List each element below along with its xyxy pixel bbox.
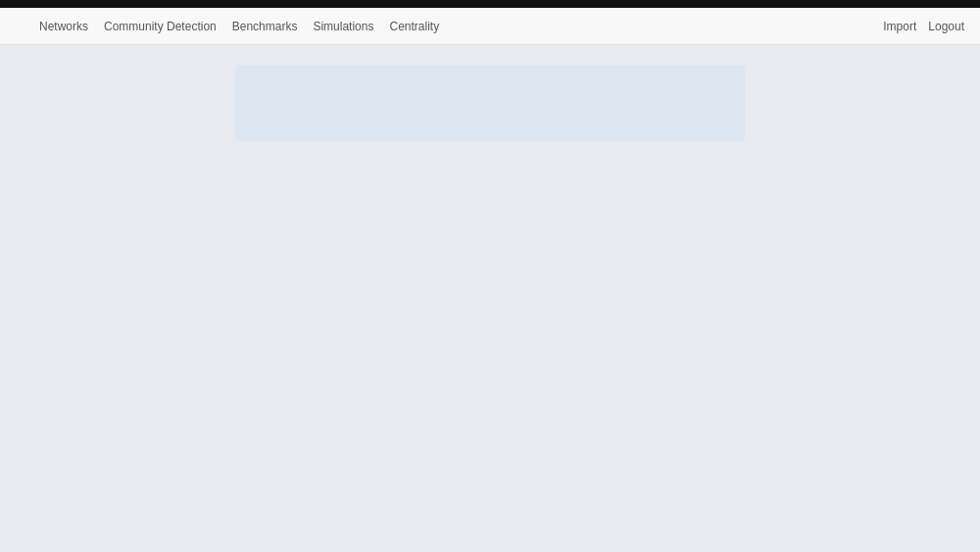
nav-link-networks[interactable]: Networks	[39, 20, 88, 33]
nav-links: NetworksCommunity DetectionBenchmarksSim…	[39, 20, 883, 33]
nav-right-import[interactable]: Import	[883, 20, 916, 33]
nav-right: ImportLogout	[883, 20, 964, 33]
nav-link-centrality[interactable]: Centrality	[389, 20, 439, 33]
graph-card	[235, 65, 745, 141]
main-content	[0, 45, 980, 552]
navbar: NetworksCommunity DetectionBenchmarksSim…	[0, 8, 980, 45]
top-bar	[0, 0, 980, 8]
nav-right-logout[interactable]: Logout	[928, 20, 964, 33]
nav-link-benchmarks[interactable]: Benchmarks	[232, 20, 298, 33]
nav-link-community-detection[interactable]: Community Detection	[104, 20, 217, 33]
nav-link-simulations[interactable]: Simulations	[313, 20, 373, 33]
